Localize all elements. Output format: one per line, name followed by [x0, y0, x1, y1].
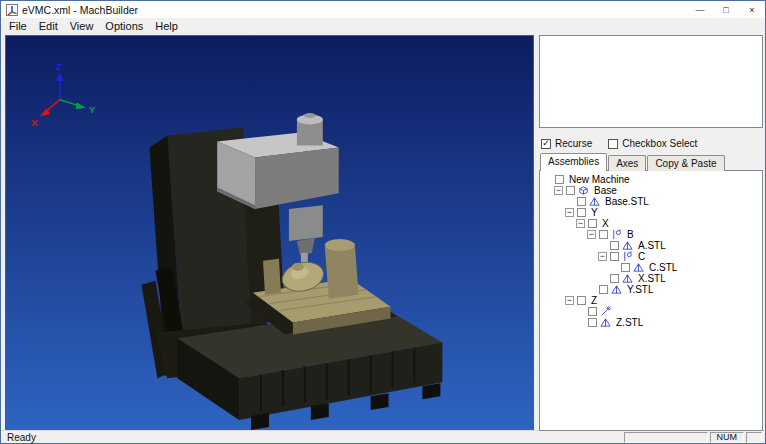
- item-checkbox[interactable]: [610, 252, 619, 261]
- item-checkbox[interactable]: [577, 296, 586, 305]
- item-checkbox[interactable]: [610, 241, 619, 250]
- tree-indent: [543, 278, 598, 279]
- status-text: Ready: [1, 432, 36, 443]
- stl-icon: [611, 284, 623, 295]
- tree-indent: [543, 267, 609, 268]
- item-checkbox[interactable]: [577, 197, 586, 206]
- tab-axes[interactable]: Axes: [608, 155, 646, 171]
- tree-item-label: X: [600, 218, 611, 229]
- rotary-icon: [611, 229, 623, 240]
- tree-indent: [543, 190, 554, 191]
- tree-item-y[interactable]: −Y: [543, 207, 762, 218]
- tree-item-base-stl[interactable]: Base.STL: [543, 196, 762, 207]
- menu-help[interactable]: Help: [149, 19, 184, 33]
- item-checkbox[interactable]: [588, 307, 597, 316]
- item-checkbox[interactable]: [577, 208, 586, 217]
- item-checkbox[interactable]: [588, 318, 597, 327]
- expander-icon[interactable]: −: [554, 186, 563, 195]
- tab-strip: AssembliesAxesCopy & Paste: [540, 154, 763, 170]
- tree-item-x-stl[interactable]: X.STL: [543, 273, 762, 284]
- menu-view[interactable]: View: [64, 19, 100, 33]
- viewport-panel: Z Y X: [5, 35, 534, 431]
- item-checkbox[interactable]: [555, 175, 564, 184]
- tree-indent: [543, 300, 565, 301]
- menu-file[interactable]: File: [3, 19, 33, 33]
- tab-copy-paste[interactable]: Copy & Paste: [647, 155, 724, 171]
- tree-item-new-machine[interactable]: New Machine: [543, 174, 762, 185]
- z-axis-label: Z: [56, 61, 62, 72]
- item-checkbox[interactable]: [621, 263, 630, 272]
- tree-item-unnamed[interactable]: [543, 306, 762, 317]
- title-bar: eVMC.xml - MachBuilder — □ ×: [1, 1, 765, 18]
- box-icon: [578, 185, 590, 196]
- app-window: eVMC.xml - MachBuilder — □ × FileEditVie…: [0, 0, 766, 444]
- tree-indent: [543, 245, 598, 246]
- tree-item-label: Y.STL: [625, 284, 656, 295]
- close-button[interactable]: ×: [739, 1, 765, 18]
- minimize-button[interactable]: —: [687, 1, 713, 18]
- tree-item-z-stl[interactable]: Z.STL: [543, 317, 762, 328]
- tree-indent: [543, 234, 587, 235]
- tree-item-y-stl[interactable]: Y.STL: [543, 284, 762, 295]
- item-checkbox[interactable]: [566, 186, 575, 195]
- item-checkbox[interactable]: [599, 230, 608, 239]
- checkbox-select-option[interactable]: Checkbox Select: [608, 138, 697, 149]
- stl-icon: [600, 317, 612, 328]
- tree-item-label: Z.STL: [614, 317, 645, 328]
- tree-indent: [543, 223, 576, 224]
- assembly-tree[interactable]: New Machine−BaseBase.STL−Y−X−BA.STL−CC.S…: [539, 170, 763, 431]
- tree-item-label: X.STL: [636, 273, 668, 284]
- option-checkboxes: ✓ Recurse Checkbox Select: [541, 137, 763, 150]
- tree-item-label: Y: [589, 207, 600, 218]
- num-lock-indicator: NUM: [710, 432, 745, 443]
- tool-icon: [600, 306, 612, 317]
- recurse-checkbox[interactable]: ✓: [541, 139, 551, 149]
- menu-edit[interactable]: Edit: [33, 19, 64, 33]
- viewport-canvas[interactable]: Z Y X: [6, 36, 533, 430]
- item-checkbox[interactable]: [599, 285, 608, 294]
- item-checkbox[interactable]: [588, 219, 597, 228]
- recurse-option[interactable]: ✓ Recurse: [541, 138, 592, 149]
- tree-indent: [543, 322, 576, 323]
- expander-icon[interactable]: −: [565, 208, 574, 217]
- resize-grip[interactable]: [746, 432, 762, 443]
- tree-indent: [543, 212, 565, 213]
- info-box: [539, 35, 763, 128]
- tree-indent: [543, 289, 587, 290]
- expander-icon[interactable]: −: [598, 252, 607, 261]
- tree-indent: [543, 256, 598, 257]
- menu-bar: FileEditViewOptionsHelp: [1, 18, 765, 34]
- checkbox-select-checkbox[interactable]: [608, 139, 618, 149]
- tree-item-label: C.STL: [647, 262, 679, 273]
- checkbox-select-label: Checkbox Select: [622, 138, 697, 149]
- tab-assemblies[interactable]: Assemblies: [540, 153, 607, 171]
- stl-icon: [622, 240, 634, 251]
- window-controls: — □ ×: [687, 1, 765, 18]
- tree-item-x[interactable]: −X: [543, 218, 762, 229]
- maximize-button[interactable]: □: [713, 1, 739, 18]
- recurse-label: Recurse: [555, 138, 592, 149]
- stl-icon: [633, 262, 645, 273]
- tree-item-label: Z: [589, 295, 599, 306]
- tree-item-z[interactable]: −Z: [543, 295, 762, 306]
- status-indicators: NUM: [624, 431, 766, 443]
- tree-item-label: C: [636, 251, 647, 262]
- tree-item-label: A.STL: [636, 240, 668, 251]
- expander-icon[interactable]: −: [576, 219, 585, 228]
- stl-icon: [622, 273, 634, 284]
- tree-item-label: Base: [592, 185, 619, 196]
- tree-item-base[interactable]: −Base: [543, 185, 762, 196]
- window-title: eVMC.xml - MachBuilder: [22, 4, 138, 16]
- stl-icon: [589, 196, 601, 207]
- expander-icon[interactable]: −: [587, 230, 596, 239]
- menu-options[interactable]: Options: [99, 19, 149, 33]
- right-panel: ✓ Recurse Checkbox Select AssembliesAxes…: [539, 35, 763, 431]
- tree-indent: [543, 311, 576, 312]
- expander-icon[interactable]: −: [565, 296, 574, 305]
- item-checkbox[interactable]: [610, 274, 619, 283]
- tree-item-c[interactable]: −C: [543, 251, 762, 262]
- tree-item-c-stl[interactable]: C.STL: [543, 262, 762, 273]
- tree-item-label: B: [625, 229, 636, 240]
- tree-item-b[interactable]: −B: [543, 229, 762, 240]
- tree-item-a-stl[interactable]: A.STL: [543, 240, 762, 251]
